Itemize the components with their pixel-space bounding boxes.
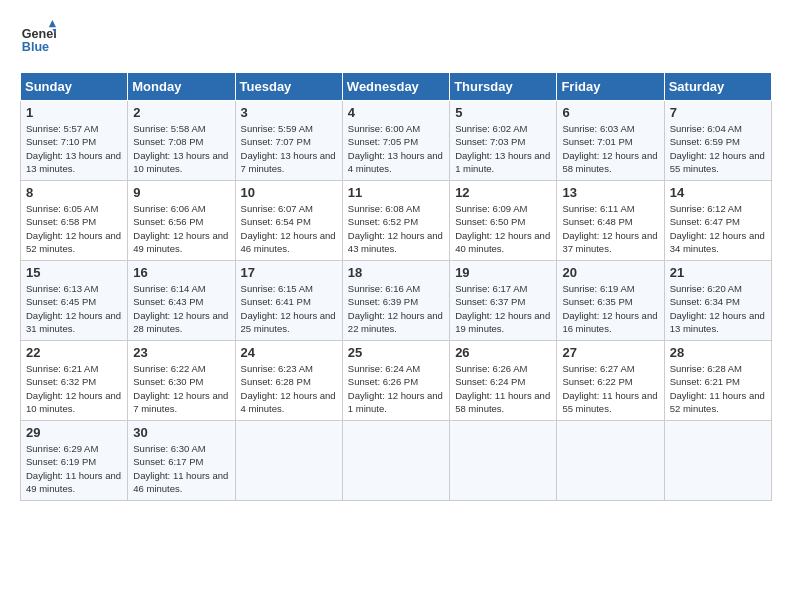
col-header-thursday: Thursday	[450, 73, 557, 101]
day-number: 29	[26, 425, 122, 440]
day-number: 23	[133, 345, 229, 360]
day-number: 9	[133, 185, 229, 200]
calendar-cell: 23Sunrise: 6:22 AM Sunset: 6:30 PM Dayli…	[128, 341, 235, 421]
day-number: 3	[241, 105, 337, 120]
day-number: 24	[241, 345, 337, 360]
day-content: Sunrise: 6:16 AM Sunset: 6:39 PM Dayligh…	[348, 282, 444, 335]
col-header-friday: Friday	[557, 73, 664, 101]
calendar-cell: 6Sunrise: 6:03 AM Sunset: 7:01 PM Daylig…	[557, 101, 664, 181]
svg-text:Blue: Blue	[22, 40, 49, 54]
calendar-cell: 25Sunrise: 6:24 AM Sunset: 6:26 PM Dayli…	[342, 341, 449, 421]
day-content: Sunrise: 6:15 AM Sunset: 6:41 PM Dayligh…	[241, 282, 337, 335]
calendar-cell: 21Sunrise: 6:20 AM Sunset: 6:34 PM Dayli…	[664, 261, 771, 341]
day-content: Sunrise: 5:59 AM Sunset: 7:07 PM Dayligh…	[241, 122, 337, 175]
calendar-cell: 28Sunrise: 6:28 AM Sunset: 6:21 PM Dayli…	[664, 341, 771, 421]
day-number: 16	[133, 265, 229, 280]
calendar-cell: 8Sunrise: 6:05 AM Sunset: 6:58 PM Daylig…	[21, 181, 128, 261]
logo-icon: General Blue	[20, 20, 56, 56]
day-number: 12	[455, 185, 551, 200]
calendar-week-1: 1Sunrise: 5:57 AM Sunset: 7:10 PM Daylig…	[21, 101, 772, 181]
calendar-cell: 12Sunrise: 6:09 AM Sunset: 6:50 PM Dayli…	[450, 181, 557, 261]
day-number: 11	[348, 185, 444, 200]
day-number: 28	[670, 345, 766, 360]
day-number: 8	[26, 185, 122, 200]
calendar-cell	[342, 421, 449, 501]
day-number: 26	[455, 345, 551, 360]
calendar-cell: 18Sunrise: 6:16 AM Sunset: 6:39 PM Dayli…	[342, 261, 449, 341]
day-content: Sunrise: 6:21 AM Sunset: 6:32 PM Dayligh…	[26, 362, 122, 415]
day-content: Sunrise: 6:05 AM Sunset: 6:58 PM Dayligh…	[26, 202, 122, 255]
day-content: Sunrise: 6:03 AM Sunset: 7:01 PM Dayligh…	[562, 122, 658, 175]
day-content: Sunrise: 5:58 AM Sunset: 7:08 PM Dayligh…	[133, 122, 229, 175]
calendar-cell: 19Sunrise: 6:17 AM Sunset: 6:37 PM Dayli…	[450, 261, 557, 341]
day-number: 15	[26, 265, 122, 280]
day-number: 10	[241, 185, 337, 200]
day-number: 7	[670, 105, 766, 120]
day-content: Sunrise: 6:30 AM Sunset: 6:17 PM Dayligh…	[133, 442, 229, 495]
day-content: Sunrise: 6:09 AM Sunset: 6:50 PM Dayligh…	[455, 202, 551, 255]
calendar-week-3: 15Sunrise: 6:13 AM Sunset: 6:45 PM Dayli…	[21, 261, 772, 341]
logo: General Blue	[20, 20, 60, 56]
day-content: Sunrise: 6:19 AM Sunset: 6:35 PM Dayligh…	[562, 282, 658, 335]
calendar-cell: 24Sunrise: 6:23 AM Sunset: 6:28 PM Dayli…	[235, 341, 342, 421]
calendar-cell: 5Sunrise: 6:02 AM Sunset: 7:03 PM Daylig…	[450, 101, 557, 181]
day-number: 21	[670, 265, 766, 280]
calendar-week-5: 29Sunrise: 6:29 AM Sunset: 6:19 PM Dayli…	[21, 421, 772, 501]
calendar-cell: 29Sunrise: 6:29 AM Sunset: 6:19 PM Dayli…	[21, 421, 128, 501]
day-content: Sunrise: 6:08 AM Sunset: 6:52 PM Dayligh…	[348, 202, 444, 255]
calendar-cell: 10Sunrise: 6:07 AM Sunset: 6:54 PM Dayli…	[235, 181, 342, 261]
day-number: 13	[562, 185, 658, 200]
day-content: Sunrise: 6:12 AM Sunset: 6:47 PM Dayligh…	[670, 202, 766, 255]
day-number: 4	[348, 105, 444, 120]
day-number: 5	[455, 105, 551, 120]
day-content: Sunrise: 6:27 AM Sunset: 6:22 PM Dayligh…	[562, 362, 658, 415]
calendar-cell: 9Sunrise: 6:06 AM Sunset: 6:56 PM Daylig…	[128, 181, 235, 261]
day-number: 17	[241, 265, 337, 280]
day-number: 20	[562, 265, 658, 280]
day-content: Sunrise: 6:26 AM Sunset: 6:24 PM Dayligh…	[455, 362, 551, 415]
day-number: 27	[562, 345, 658, 360]
day-content: Sunrise: 6:28 AM Sunset: 6:21 PM Dayligh…	[670, 362, 766, 415]
calendar-cell: 11Sunrise: 6:08 AM Sunset: 6:52 PM Dayli…	[342, 181, 449, 261]
day-content: Sunrise: 6:14 AM Sunset: 6:43 PM Dayligh…	[133, 282, 229, 335]
day-content: Sunrise: 6:24 AM Sunset: 6:26 PM Dayligh…	[348, 362, 444, 415]
day-content: Sunrise: 6:20 AM Sunset: 6:34 PM Dayligh…	[670, 282, 766, 335]
calendar-cell: 17Sunrise: 6:15 AM Sunset: 6:41 PM Dayli…	[235, 261, 342, 341]
calendar-cell: 22Sunrise: 6:21 AM Sunset: 6:32 PM Dayli…	[21, 341, 128, 421]
day-number: 25	[348, 345, 444, 360]
day-content: Sunrise: 6:17 AM Sunset: 6:37 PM Dayligh…	[455, 282, 551, 335]
svg-marker-2	[49, 20, 56, 27]
calendar-cell	[664, 421, 771, 501]
day-number: 30	[133, 425, 229, 440]
day-number: 6	[562, 105, 658, 120]
calendar-cell: 1Sunrise: 5:57 AM Sunset: 7:10 PM Daylig…	[21, 101, 128, 181]
day-content: Sunrise: 6:23 AM Sunset: 6:28 PM Dayligh…	[241, 362, 337, 415]
day-number: 1	[26, 105, 122, 120]
calendar-week-4: 22Sunrise: 6:21 AM Sunset: 6:32 PM Dayli…	[21, 341, 772, 421]
calendar-cell	[557, 421, 664, 501]
day-number: 19	[455, 265, 551, 280]
calendar-cell: 16Sunrise: 6:14 AM Sunset: 6:43 PM Dayli…	[128, 261, 235, 341]
day-content: Sunrise: 6:00 AM Sunset: 7:05 PM Dayligh…	[348, 122, 444, 175]
calendar-cell	[235, 421, 342, 501]
calendar-cell	[450, 421, 557, 501]
day-content: Sunrise: 6:04 AM Sunset: 6:59 PM Dayligh…	[670, 122, 766, 175]
day-content: Sunrise: 6:13 AM Sunset: 6:45 PM Dayligh…	[26, 282, 122, 335]
calendar-cell: 14Sunrise: 6:12 AM Sunset: 6:47 PM Dayli…	[664, 181, 771, 261]
calendar-cell: 30Sunrise: 6:30 AM Sunset: 6:17 PM Dayli…	[128, 421, 235, 501]
calendar-week-2: 8Sunrise: 6:05 AM Sunset: 6:58 PM Daylig…	[21, 181, 772, 261]
day-content: Sunrise: 6:11 AM Sunset: 6:48 PM Dayligh…	[562, 202, 658, 255]
calendar-table: SundayMondayTuesdayWednesdayThursdayFrid…	[20, 72, 772, 501]
day-content: Sunrise: 6:07 AM Sunset: 6:54 PM Dayligh…	[241, 202, 337, 255]
calendar-cell: 2Sunrise: 5:58 AM Sunset: 7:08 PM Daylig…	[128, 101, 235, 181]
day-number: 18	[348, 265, 444, 280]
calendar-cell: 26Sunrise: 6:26 AM Sunset: 6:24 PM Dayli…	[450, 341, 557, 421]
day-content: Sunrise: 6:02 AM Sunset: 7:03 PM Dayligh…	[455, 122, 551, 175]
calendar-cell: 7Sunrise: 6:04 AM Sunset: 6:59 PM Daylig…	[664, 101, 771, 181]
calendar-cell: 4Sunrise: 6:00 AM Sunset: 7:05 PM Daylig…	[342, 101, 449, 181]
col-header-saturday: Saturday	[664, 73, 771, 101]
col-header-wednesday: Wednesday	[342, 73, 449, 101]
calendar-cell: 15Sunrise: 6:13 AM Sunset: 6:45 PM Dayli…	[21, 261, 128, 341]
calendar-cell: 3Sunrise: 5:59 AM Sunset: 7:07 PM Daylig…	[235, 101, 342, 181]
calendar-cell: 13Sunrise: 6:11 AM Sunset: 6:48 PM Dayli…	[557, 181, 664, 261]
